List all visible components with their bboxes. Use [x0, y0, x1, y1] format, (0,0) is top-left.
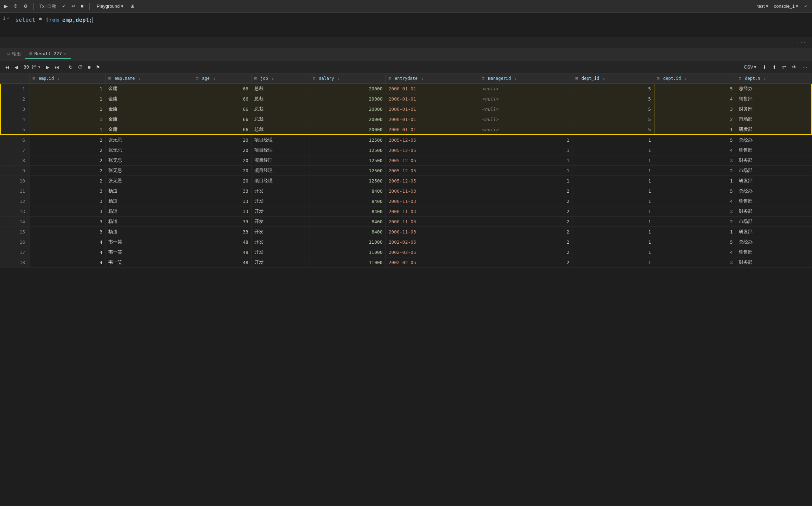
- tab-result[interactable]: ⊞ Result 227 ×: [25, 49, 71, 59]
- eye-icon: 👁: [792, 64, 797, 70]
- cell-age: 48: [193, 247, 251, 257]
- grid-icon: ⊞: [131, 4, 134, 9]
- cell-age: 48: [193, 257, 251, 268]
- refresh-button[interactable]: ↻: [67, 63, 75, 71]
- cell-dept-id2: 5: [654, 135, 736, 145]
- history-icon: ⏱: [78, 64, 83, 70]
- last-page-button[interactable]: ⏭: [53, 63, 61, 71]
- csv-label: CSV: [744, 64, 753, 70]
- cell-entrydate: 2000-01-01: [386, 83, 479, 94]
- run-button[interactable]: ▶: [3, 3, 9, 9]
- row-count-selector[interactable]: 30 行 ▾: [21, 63, 43, 71]
- col-header-managerid[interactable]: ⊡ managerid ⇕: [479, 74, 572, 83]
- first-page-button[interactable]: ⏮: [3, 63, 11, 71]
- prev-page-button[interactable]: ◀: [13, 63, 20, 71]
- cell-managerid: 2: [479, 227, 572, 237]
- table-row: 153杨道33开发84002000-11-03211研发部: [0, 227, 812, 237]
- next-icon: ▶: [46, 64, 50, 70]
- cell-dept-id2: 3: [654, 104, 736, 114]
- cancel-button[interactable]: ■: [86, 63, 92, 71]
- cell-managerid: <null>: [479, 114, 572, 124]
- settings-button[interactable]: ⚙: [22, 3, 29, 9]
- col-icon-dept-id2: ⊡: [657, 76, 659, 81]
- cell-dept-id: 1: [572, 176, 654, 186]
- cell-emp-id: 1: [30, 114, 106, 124]
- cell-entrydate: 2002-02-05: [386, 247, 479, 257]
- cell-managerid: <null>: [479, 94, 572, 104]
- more-options-icon[interactable]: ···: [796, 39, 806, 46]
- cell-dept-id2: 3: [654, 206, 736, 217]
- cell-dept-id2: 2: [654, 114, 736, 124]
- tab-close-button[interactable]: ×: [64, 51, 66, 56]
- sql-operator-star: *: [39, 17, 45, 23]
- col-header-dept-name[interactable]: ⊡ dept.n ⇕: [736, 74, 812, 83]
- cell-managerid: 2: [479, 257, 572, 268]
- cell-emp-id: 3: [30, 227, 106, 237]
- cell-entrydate: 2000-11-03: [386, 186, 479, 196]
- row-number: 9: [0, 166, 30, 176]
- sql-keyword-select: select: [15, 17, 36, 23]
- undo-button[interactable]: ↩: [70, 3, 77, 9]
- table-row: 62张无忌20项目经理125002005-12-05115总经办: [0, 135, 812, 145]
- col-header-emp-name[interactable]: ⊡ emp.name ⇕: [106, 74, 193, 83]
- row-number: 1: [0, 83, 30, 94]
- table-container[interactable]: ⊡ emp.id ⇕ ⊡ emp.name ⇕ ⊡ age ⇕: [0, 74, 812, 506]
- sql-content-area[interactable]: select * from emp,dept;: [13, 15, 812, 25]
- timer-button[interactable]: ⏱: [12, 3, 19, 9]
- pin-button[interactable]: ⚑: [94, 63, 102, 71]
- main-toolbar: ▶ ⏱ ⚙ Tx: 自动 ✓ ↩ ■ Playground ▾ ⊞ test ▾…: [0, 0, 812, 13]
- col-header-age[interactable]: ⊡ age ⇕: [193, 74, 251, 83]
- cell-job: 开发: [251, 257, 310, 268]
- cell-job: 项目经理: [251, 166, 310, 176]
- col-header-job[interactable]: ⊡ job ⇕: [251, 74, 310, 83]
- cell-salary: 11000: [310, 247, 386, 257]
- table-row: 102张无忌20项目经理125002005-12-05111研发部: [0, 176, 812, 186]
- cell-entrydate: 2005-12-05: [386, 176, 479, 186]
- more-controls-button[interactable]: ⋯: [801, 63, 809, 71]
- col-header-emp-id[interactable]: ⊡ emp.id ⇕: [30, 74, 106, 83]
- cell-emp-id: 1: [30, 94, 106, 104]
- download-button[interactable]: ⬇: [761, 63, 768, 71]
- sort-icon-managerid: ⇕: [515, 77, 517, 81]
- next-page-button[interactable]: ▶: [44, 63, 51, 71]
- convert-button[interactable]: ⇄: [780, 63, 788, 71]
- col-header-entrydate[interactable]: ⊡ entrydate ⇕: [386, 74, 479, 83]
- col-header-salary[interactable]: ⊡ salary ⇕: [310, 74, 386, 83]
- sort-icon-dept-id2: ⇕: [685, 77, 687, 81]
- cell-dept-id: 1: [572, 206, 654, 217]
- check-button[interactable]: ✓: [61, 3, 67, 9]
- row-number: 8: [0, 155, 30, 166]
- cell-age: 20: [193, 135, 251, 145]
- cell-entrydate: 2000-01-01: [386, 114, 479, 124]
- cell-dept-id2: 5: [654, 186, 736, 196]
- tx-button[interactable]: Tx: 自动: [38, 2, 58, 10]
- cell-dept-id2: 3: [654, 257, 736, 268]
- test-button[interactable]: test ▾: [756, 3, 770, 9]
- cell-managerid: 2: [479, 217, 572, 227]
- eye-button[interactable]: 👁: [790, 63, 799, 71]
- playground-button[interactable]: Playground ▾: [94, 3, 127, 9]
- cell-dept-name: 总经办: [736, 237, 812, 247]
- row-number: 5: [0, 124, 30, 135]
- grid-button[interactable]: ⊞: [129, 3, 136, 9]
- confirm-button[interactable]: ✓: [803, 3, 809, 9]
- console-button[interactable]: console_1 ▾: [773, 3, 800, 9]
- history-button[interactable]: ⏱: [76, 63, 84, 71]
- chevron-down-icon-3: ▾: [796, 4, 798, 9]
- table-row: 21金庸66总裁200002000-01-01<null>54销售部: [0, 94, 812, 104]
- col-header-dept-id[interactable]: ⊡ dept_id ⇕: [572, 74, 654, 83]
- sort-icon-age: ⇕: [213, 77, 215, 81]
- cell-entrydate: 2005-12-05: [386, 135, 479, 145]
- cell-dept-id2: 4: [654, 247, 736, 257]
- more-icon: ⋯: [803, 64, 807, 70]
- cell-salary: 20000: [310, 124, 386, 135]
- sql-tables: emp,dept;: [62, 17, 93, 23]
- upload-button[interactable]: ⬆: [770, 63, 778, 71]
- sort-icon-salary: ⇕: [338, 77, 340, 81]
- cell-job: 开发: [251, 217, 310, 227]
- col-header-dept-id2[interactable]: ⊡ dept.id ⇕: [654, 74, 736, 83]
- row-number: 10: [0, 176, 30, 186]
- stop-button[interactable]: ■: [80, 3, 85, 9]
- tab-output[interactable]: ⊡ 输出: [3, 49, 25, 59]
- csv-button[interactable]: CSV ▾: [742, 64, 759, 70]
